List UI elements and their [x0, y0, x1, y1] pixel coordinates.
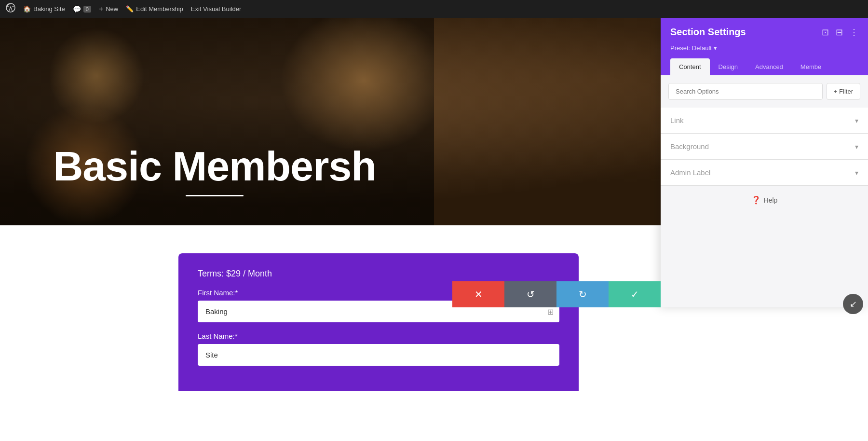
edit-membership-item[interactable]: ✏️ Edit Membership [126, 5, 183, 13]
exit-label: Exit Visual Builder [191, 5, 242, 13]
accordion-admin-label-label: Admin Label [670, 168, 710, 177]
floating-action-button[interactable]: ↙ [843, 294, 863, 314]
save-icon: ✓ [631, 289, 639, 300]
site-name-item[interactable]: 🏠 Baking Site [23, 5, 65, 13]
settings-body: + Filter Link ▾ Background ▾ [661, 75, 868, 307]
last-name-label: Last Name:* [198, 332, 559, 340]
help-label: Help [764, 196, 778, 204]
plus-icon: + [99, 5, 103, 14]
admin-bar: 🏠 Baking Site 💬 0 + New ✏️ Edit Membersh… [0, 0, 868, 18]
settings-header-icons: ⊡ ⊟ ⋮ [822, 27, 858, 38]
help-icon: ❓ [751, 195, 761, 205]
first-name-field-icon: ⊞ [547, 307, 554, 316]
last-name-field-wrapper [198, 344, 559, 366]
cancel-icon: ✕ [475, 289, 483, 300]
comments-count: 0 [83, 6, 91, 13]
redo-icon: ↻ [579, 289, 587, 300]
filter-label: Filter [839, 88, 853, 95]
accordion-background-header[interactable]: Background ▾ [661, 134, 868, 159]
floating-btn-icon: ↙ [850, 299, 857, 309]
accordion-admin-label-chevron: ▾ [855, 169, 858, 177]
more-options-icon[interactable]: ⋮ [850, 27, 858, 38]
action-buttons: ✕ ↺ ↻ ✓ [452, 281, 661, 307]
new-item[interactable]: + New [99, 5, 118, 14]
hero-content: Basic Membersh [0, 143, 429, 196]
svg-point-0 [6, 3, 15, 12]
accordion-admin-label: Admin Label ▾ [661, 160, 868, 186]
tab-content[interactable]: Content [670, 58, 710, 75]
last-name-input[interactable] [198, 344, 559, 366]
hero-underline [186, 195, 244, 196]
settings-tabs: Content Design Advanced Membe [670, 58, 858, 75]
filter-button[interactable]: + Filter [827, 83, 860, 100]
search-input-wrapper [668, 83, 823, 100]
wp-logo-item[interactable] [6, 3, 15, 15]
accordion-background: Background ▾ [661, 134, 868, 160]
filter-plus-icon: + [834, 88, 838, 95]
site-icon: 🏠 [23, 5, 31, 13]
main-content: Basic Membersh Terms: $29 / Month First … [0, 18, 868, 441]
tab-design[interactable]: Design [710, 58, 746, 75]
cancel-button[interactable]: ✕ [452, 281, 504, 307]
accordion-background-chevron: ▾ [855, 143, 858, 151]
form-terms: Terms: $29 / Month [198, 269, 559, 279]
search-options-input[interactable] [668, 83, 823, 100]
settings-panel: Section Settings ⊡ ⊟ ⋮ Preset: Default ▾… [661, 18, 868, 307]
tab-member[interactable]: Membe [792, 58, 830, 75]
edit-label: Edit Membership [136, 5, 183, 13]
settings-preset[interactable]: Preset: Default ▾ [670, 44, 858, 52]
fullscreen-icon[interactable]: ⊡ [822, 27, 829, 38]
accordion-admin-label-header[interactable]: Admin Label ▾ [661, 160, 868, 185]
accordion-link: Link ▾ [661, 108, 868, 134]
undo-icon: ↺ [527, 289, 535, 300]
accordion-link-label: Link [670, 116, 684, 124]
accordion-link-chevron: ▾ [855, 117, 858, 124]
comment-icon: 💬 [73, 5, 81, 13]
form-section: Terms: $29 / Month First Name:* ⊞ Last N… [178, 253, 579, 391]
exit-visual-builder-item[interactable]: Exit Visual Builder [191, 5, 242, 13]
search-row: + Filter [668, 83, 860, 100]
preset-label: Preset: Default [670, 44, 712, 52]
wordpress-icon [6, 3, 15, 15]
columns-icon[interactable]: ⊟ [836, 27, 843, 38]
new-label: New [106, 5, 118, 13]
hero-title: Basic Membersh [0, 143, 429, 189]
site-name-label: Baking Site [33, 5, 65, 13]
undo-button[interactable]: ↺ [504, 281, 556, 307]
redo-button[interactable]: ↻ [556, 281, 609, 307]
tab-advanced[interactable]: Advanced [746, 58, 792, 75]
pencil-icon: ✏️ [126, 5, 134, 13]
help-section[interactable]: ❓ Help [661, 186, 868, 214]
save-button[interactable]: ✓ [609, 281, 661, 307]
settings-title: Section Settings [670, 27, 746, 38]
settings-header: Section Settings ⊡ ⊟ ⋮ Preset: Default ▾… [661, 18, 868, 75]
accordion-background-label: Background [670, 142, 709, 151]
settings-title-row: Section Settings ⊡ ⊟ ⋮ [670, 27, 858, 38]
comments-item[interactable]: 💬 0 [73, 5, 91, 13]
preset-arrow-icon: ▾ [714, 44, 717, 52]
accordion-link-header[interactable]: Link ▾ [661, 108, 868, 133]
